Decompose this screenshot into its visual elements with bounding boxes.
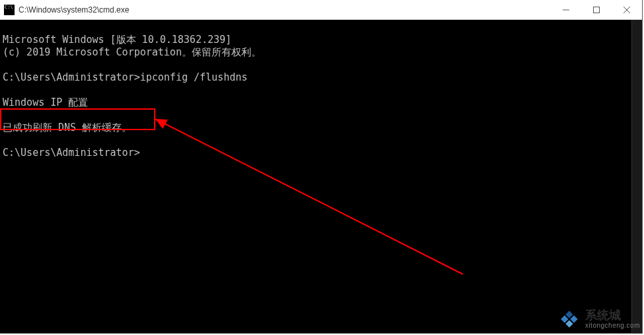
- terminal-area[interactable]: Microsoft Windows [版本 10.0.18362.239] (c…: [0, 20, 642, 333]
- watermark: 系统城 xitongcheng.com: [557, 307, 640, 331]
- window-title: C:\Windows\system32\cmd.exe: [19, 5, 129, 15]
- scrollbar[interactable]: [631, 20, 642, 333]
- watermark-logo-icon: [557, 307, 581, 331]
- svg-rect-1: [594, 7, 600, 13]
- cmd-window: C:\Windows\system32\cmd.exe Microsoft Wi…: [0, 0, 643, 334]
- window-controls: [551, 0, 642, 19]
- output-line: (c) 2019 Microsoft Corporation。保留所有权利。: [3, 46, 261, 58]
- prompt-path: C:\Users\Administrator>: [3, 147, 140, 159]
- watermark-url: xitongcheng.com: [585, 322, 640, 329]
- prompt-path: C:\Users\Administrator>: [3, 71, 140, 83]
- titlebar[interactable]: C:\Windows\system32\cmd.exe: [0, 0, 642, 20]
- svg-rect-5: [570, 315, 577, 322]
- svg-rect-6: [561, 315, 568, 322]
- minimize-button[interactable]: [551, 0, 581, 19]
- maximize-button[interactable]: [581, 0, 612, 19]
- output-line: Microsoft Windows [版本 10.0.18362.239]: [3, 34, 231, 46]
- cmd-icon: [4, 5, 15, 15]
- command-text: ipconfig /flushdns: [140, 71, 248, 83]
- svg-rect-7: [565, 320, 573, 327]
- success-line: 已成功刷新 DNS 解析缓存。: [3, 122, 132, 133]
- svg-rect-4: [565, 311, 573, 318]
- watermark-brand: 系统城: [585, 309, 640, 322]
- output-line: Windows IP 配置: [3, 96, 88, 108]
- close-button[interactable]: [612, 0, 642, 19]
